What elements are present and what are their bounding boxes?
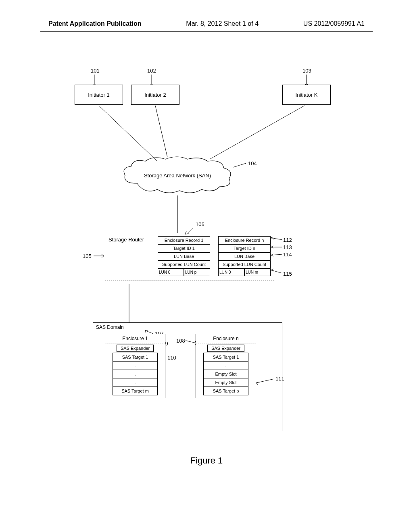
initiator-2-label: Initiator 2 <box>144 92 166 98</box>
sas-domain-label: SAS Domain <box>96 324 124 330</box>
recn-title: Enclosure Record n <box>218 236 271 244</box>
enclosure-1-expander: SAS Expander <box>117 345 154 352</box>
san-cloud-label: Storage Area Network (SAN) <box>144 172 211 179</box>
enclosure-n: Enclosure n SAS Expander SAS Target 1 . … <box>196 334 256 398</box>
ref-106: 106 <box>196 221 204 227</box>
ref-105: 105 <box>83 253 92 259</box>
recn-target: Target ID n <box>218 244 271 252</box>
header-left: Patent Application Publication <box>48 20 142 27</box>
ref-108: 108 <box>176 338 185 344</box>
initiator-k-label: Initiator K <box>296 92 318 98</box>
ref-114: 114 <box>283 251 292 258</box>
enclosure-record-n: Enclosure Record n Target ID n LUN Base … <box>218 236 271 276</box>
enclosure-1: Enclosure 1 SAS Expander SAS Target 1 . … <box>105 334 165 398</box>
diagram-canvas: 101 102 103 Initiator 1 Initiator 2 Init… <box>0 32 413 516</box>
svg-line-8 <box>188 228 194 234</box>
header-center: Mar. 8, 2012 Sheet 1 of 4 <box>186 20 259 27</box>
svg-line-5 <box>210 106 305 159</box>
svg-line-3 <box>99 106 157 161</box>
rec1-supported: Supported LUN Count <box>158 260 210 268</box>
rec1-target: Target ID 1 <box>158 244 210 252</box>
initiator-2-box: Initiator 2 <box>131 85 179 105</box>
ref-101: 101 <box>91 68 100 74</box>
enclosure-n-empty-1: Empty Slot <box>203 370 248 378</box>
ref-103: 103 <box>302 68 311 74</box>
ref-110: 110 <box>167 355 176 361</box>
recn-lunbase: LUN Base <box>218 252 271 260</box>
enclosure-1-target-m: SAS Target m <box>113 387 158 395</box>
enclosure-1-target-1: SAS Target 1 <box>113 353 158 362</box>
enclosure-1-dots-2: . <box>113 370 158 378</box>
figure-caption: Figure 1 <box>190 455 223 466</box>
enclosure-n-title: Enclosure n <box>196 334 256 343</box>
ref-104: 104 <box>248 160 257 166</box>
ref-113: 113 <box>283 244 292 250</box>
initiator-1-box: Initiator 1 <box>75 85 123 105</box>
enclosure-1-dots-1: . <box>113 361 158 370</box>
rec1-lunp: LUN p <box>184 268 210 276</box>
ref-115: 115 <box>283 271 292 277</box>
ref-111: 111 <box>275 376 284 382</box>
enclosure-record-1: Enclosure Record 1 Target ID 1 LUN Base … <box>158 236 210 276</box>
header-right: US 2012/0059991 A1 <box>303 20 365 27</box>
enclosure-n-dots-1: . <box>203 361 248 370</box>
initiator-k-box: Initiator K <box>282 85 331 105</box>
enclosure-n-target-1: SAS Target 1 <box>203 353 248 362</box>
rec1-title: Enclosure Record 1 <box>158 236 210 244</box>
rec1-lun0: LUN 0 <box>158 268 184 276</box>
initiator-1-label: Initiator 1 <box>88 92 109 98</box>
rec1-lunbase: LUN Base <box>158 252 210 260</box>
enclosure-n-empty-2: Empty Slot <box>203 378 248 387</box>
san-cloud: Storage Area Network (SAN) <box>121 155 234 195</box>
page-header: Patent Application Publication Mar. 8, 2… <box>0 0 413 31</box>
enclosure-n-expander: SAS Expander <box>207 345 244 352</box>
svg-line-4 <box>155 106 167 157</box>
enclosure-1-dots-3: . <box>113 378 158 387</box>
ref-102: 102 <box>147 68 156 74</box>
ref-112: 112 <box>283 237 292 243</box>
storage-router-box: Storage Router Enclosure Record 1 Target… <box>105 234 274 281</box>
recn-supported: Supported LUN Count <box>218 260 271 268</box>
svg-line-6 <box>233 163 246 167</box>
recn-lunm: LUN m <box>244 268 271 276</box>
recn-lun0: LUN 0 <box>218 268 244 276</box>
enclosure-1-title: Enclosure 1 <box>105 334 165 343</box>
enclosure-n-target-p: SAS Target p <box>203 387 248 395</box>
